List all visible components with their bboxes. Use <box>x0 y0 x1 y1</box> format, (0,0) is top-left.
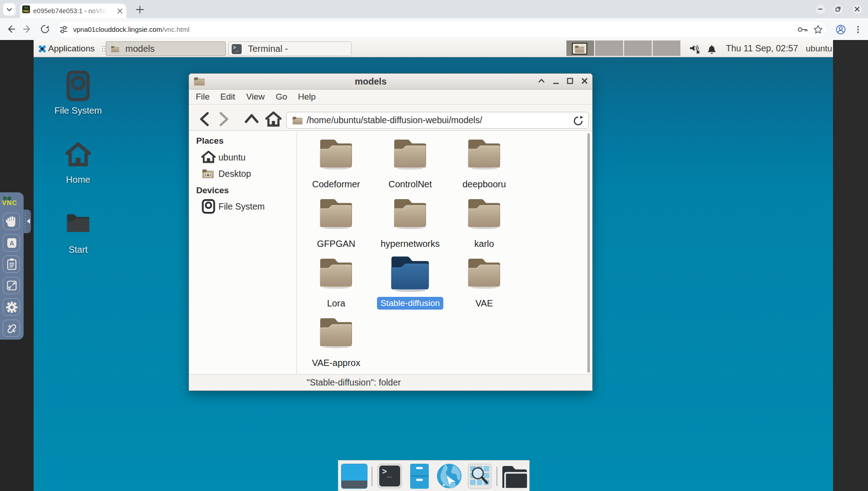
svg-text:A: A <box>10 240 14 247</box>
